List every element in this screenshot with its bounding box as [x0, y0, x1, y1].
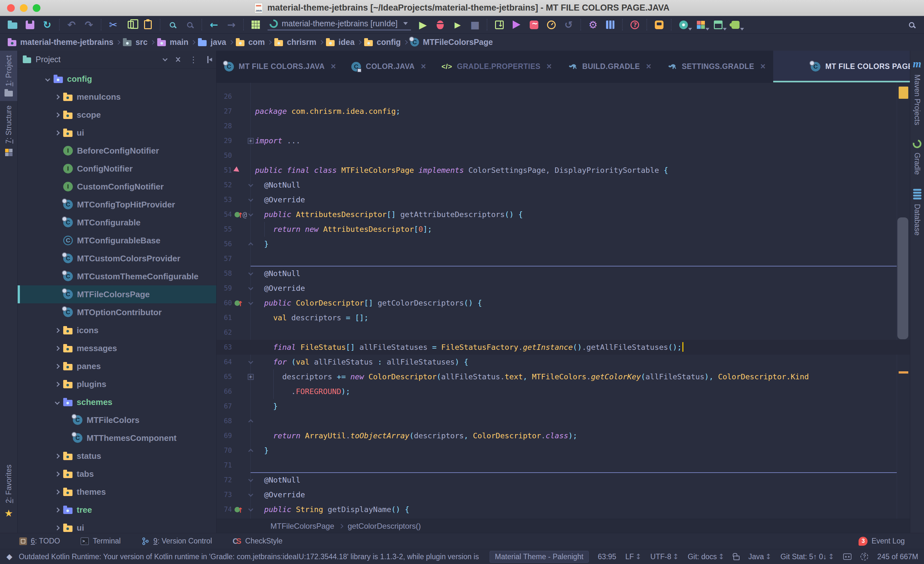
background-tasks-icon[interactable] — [843, 554, 852, 560]
breadcrumb-item[interactable]: com — [236, 37, 265, 47]
close-tab-icon[interactable]: × — [760, 61, 765, 72]
status-widget-245of667m[interactable]: 245 of 667M — [877, 552, 918, 561]
cut-icon[interactable]: ✂ — [108, 18, 119, 31]
tree-closed-arrow-icon[interactable] — [55, 94, 60, 99]
breadcrumb-item[interactable]: chrisrm — [274, 37, 316, 47]
tree-closed-arrow-icon[interactable] — [55, 328, 60, 333]
collapse-all-icon[interactable] — [177, 56, 180, 63]
fold-open-icon[interactable] — [248, 182, 253, 187]
save-all-icon[interactable] — [24, 18, 35, 31]
close-tab-icon[interactable]: × — [421, 61, 426, 72]
help-icon[interactable] — [629, 18, 640, 31]
fold-open-icon[interactable] — [248, 477, 253, 482]
view-grid-icon[interactable] — [250, 18, 261, 31]
tree-item-messages[interactable]: messages — [18, 339, 216, 357]
restore-default-layout-icon[interactable]: ↺ — [563, 18, 574, 31]
status-widget-utf8[interactable]: UTF-8↕ — [650, 552, 679, 561]
tree-item-mtthemescomponent[interactable]: CMTThemesComponent — [18, 429, 216, 447]
tree-item-mtcustomthemeconfigurable[interactable]: CMTCustomThemeConfigurable — [18, 268, 216, 285]
plugin-actions-icon[interactable] — [730, 18, 741, 31]
tree-item-panes[interactable]: panes — [18, 357, 216, 375]
toolwindow-button-versioncontrol[interactable]: 9: Version Control — [141, 537, 212, 546]
fold-open-icon[interactable] — [248, 270, 253, 275]
editor-breadcrumb-item[interactable]: getColorDescriptors() — [348, 522, 421, 531]
toolwindow-button-checkstyle[interactable]: CSCheckStyle — [232, 537, 283, 546]
tool-strip-item-favorites[interactable]: 2: Favorites★ — [0, 460, 17, 523]
tab-mt-file-colors-java[interactable]: CMT FILE COLORS.JAVA× — [217, 51, 344, 82]
tree-item-themes[interactable]: themes — [18, 483, 216, 501]
fold-open-icon[interactable] — [248, 196, 253, 202]
tree-open-arrow-icon[interactable] — [45, 76, 50, 81]
tree-item-tabs[interactable]: tabs — [18, 465, 216, 483]
view-columns-icon[interactable] — [605, 18, 616, 31]
fold-end-icon[interactable] — [248, 242, 253, 247]
tree-item-plugins[interactable]: plugins — [18, 375, 216, 393]
tab-gradle-properties[interactable]: </>GRADLE.PROPERTIES× — [434, 51, 560, 82]
tree-item-schemes[interactable]: schemes — [18, 393, 216, 411]
close-tab-icon[interactable]: × — [646, 61, 651, 72]
minimize-window-button[interactable] — [20, 4, 28, 12]
fold-open-icon[interactable] — [248, 506, 253, 512]
fold-end-icon[interactable] — [248, 419, 253, 424]
recent-changes-icon[interactable] — [546, 18, 556, 31]
presentation-mode-icon[interactable] — [678, 18, 689, 31]
tool-strip-item-structure[interactable]: 7: Structure — [0, 101, 17, 161]
project-view-dropdown-icon[interactable] — [163, 58, 167, 61]
tree-item-menuicons[interactable]: menuIcons — [18, 88, 216, 106]
tree-item-customconfignotifier[interactable]: ICustomConfigNotifier — [18, 178, 216, 196]
status-widget-java[interactable]: Java↕ — [748, 552, 772, 561]
fold-collapsed-icon[interactable]: + — [248, 374, 254, 380]
tree-closed-arrow-icon[interactable] — [55, 364, 60, 369]
plugins-icon[interactable] — [654, 18, 664, 31]
tab-settings-gradle[interactable]: SETTINGS.GRADLE× — [659, 51, 773, 82]
event-log-button[interactable]: 3Event Log — [858, 537, 905, 546]
synchronize-icon[interactable]: ↻ — [42, 18, 52, 31]
tree-item-beforeconfignotifier[interactable]: IBeforeConfigNotifier — [18, 142, 216, 160]
back-icon[interactable]: ← — [208, 18, 219, 31]
implementing-marker-icon[interactable] — [234, 301, 240, 306]
tree-item-mtconfigurable[interactable]: CMTConfigurable — [18, 214, 216, 232]
unlocked-icon[interactable] — [734, 556, 740, 560]
tool-strip-item-database[interactable]: Database — [910, 182, 924, 242]
tree-closed-arrow-icon[interactable] — [55, 471, 60, 476]
toolwindow-button-todo[interactable]: 6: TODO — [19, 537, 60, 545]
deploy-icon[interactable] — [511, 18, 522, 31]
run-configuration-selector[interactable]: material-theme-jetbrains [runIde] — [268, 19, 411, 30]
status-widget-6395[interactable]: 63:95 — [598, 552, 616, 561]
theme-widget[interactable]: Material Theme - Palenight — [490, 551, 589, 563]
breadcrumb-item[interactable]: idea — [326, 37, 354, 47]
status-message[interactable]: ◆ Outdated Kotlin Runtime: Your version … — [6, 552, 481, 561]
tree-item-status[interactable]: status — [18, 447, 216, 465]
implementing-marker-icon[interactable] — [234, 507, 240, 512]
tab-color-java[interactable]: CCOLOR.JAVA× — [344, 51, 434, 82]
fold-open-icon[interactable] — [248, 359, 253, 364]
tree-item-mtcustomcolorsprovider[interactable]: CMTCustomColorsProvider — [18, 250, 216, 268]
subclass-marker-icon[interactable] — [233, 166, 241, 174]
tree-item-config[interactable]: config — [18, 70, 216, 88]
open-project-icon[interactable] — [7, 18, 18, 31]
replace-icon[interactable] — [184, 18, 195, 31]
fold-end-icon[interactable] — [248, 449, 253, 454]
tree-item-ui[interactable]: ui — [18, 124, 216, 142]
gear-question-icon[interactable]: ? — [861, 553, 868, 561]
editor-breadcrumb-item[interactable]: MTFileColorsPage — [270, 522, 334, 531]
breadcrumb-item[interactable]: material-theme-jetbrains — [8, 37, 113, 47]
tree-item-ui[interactable]: ui — [18, 519, 216, 533]
breadcrumb-item[interactable]: java — [198, 37, 226, 47]
code-editor[interactable]: 2627package com.chrisrm.idea.config;2829… — [217, 83, 910, 519]
tree-closed-arrow-icon[interactable] — [55, 489, 60, 494]
status-widget-lf[interactable]: LF↕ — [625, 552, 641, 561]
settings-icon[interactable]: ⚙ — [588, 18, 598, 31]
fold-open-icon[interactable] — [248, 300, 253, 305]
tree-item-icons[interactable]: icons — [18, 321, 216, 339]
breadcrumb-item[interactable]: CMTFileColorsPage — [410, 37, 493, 47]
toolwindow-button-terminal[interactable]: >_Terminal — [81, 537, 121, 545]
tree-closed-arrow-icon[interactable] — [55, 525, 60, 530]
tree-item-mtfilecolorspage[interactable]: CMTFileColorsPage — [18, 285, 216, 303]
close-window-button[interactable] — [7, 4, 15, 12]
status-widget-gitdocs[interactable]: Git: docs↕ — [687, 552, 724, 561]
tree-closed-arrow-icon[interactable] — [55, 453, 60, 459]
zoom-window-button[interactable] — [33, 4, 40, 12]
breadcrumb-item[interactable]: main — [157, 37, 188, 47]
tree-item-mtfilecolors[interactable]: CMTFileColors — [18, 411, 216, 429]
